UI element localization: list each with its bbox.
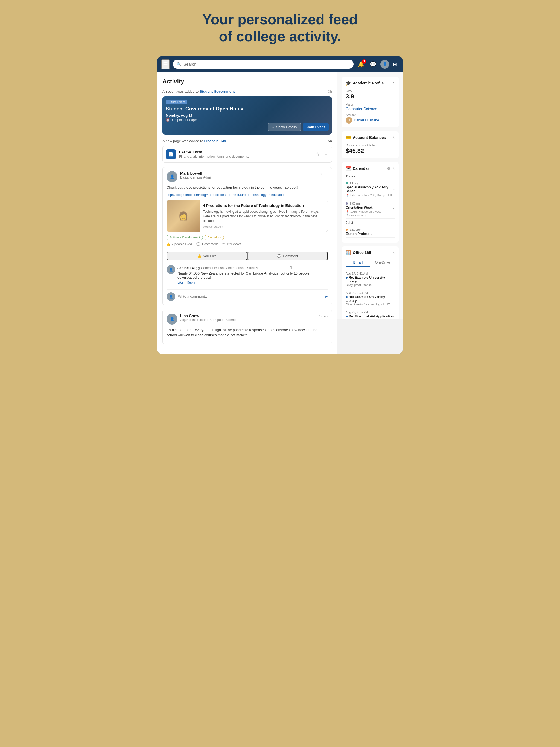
post-meta: 7h ··· (318, 171, 328, 177)
event-title: Student Government Open House (162, 106, 332, 112)
major-value[interactable]: Computer Science (346, 107, 395, 111)
comment-action-icon: 💬 (277, 254, 281, 258)
you-like-button[interactable]: 👍 You Like (167, 252, 247, 260)
comment-input[interactable] (178, 294, 322, 299)
calendar-collapse-button[interactable]: ∧ (392, 166, 395, 171)
like-action-icon: 👍 (197, 254, 202, 258)
o365-collapse-button[interactable]: ∧ (392, 251, 395, 255)
blog-title: 4 Predictions for the Future of Technolo… (203, 203, 324, 208)
balance-widget-header: 💳 Account Balances ∧ (346, 135, 395, 140)
event-more-button[interactable]: ··· (325, 99, 329, 105)
financial-aid-link[interactable]: Financial Aid (204, 139, 226, 143)
account-balances-widget: 💳 Account Balances ∧ Campus account bala… (342, 131, 399, 158)
comment-author[interactable]: Janine Twigg (177, 266, 200, 270)
comment-row: 👤 Janine Twigg Communications / Internat… (167, 265, 328, 284)
event-badge: Future Event (166, 100, 187, 104)
show-details-button[interactable]: ⌄ Show Details (268, 123, 301, 131)
onedrive-tab[interactable]: OneDrive (370, 259, 395, 266)
fafsa-desc: Financial aid information, forms and doc… (179, 155, 314, 159)
event-notice-time: 3h (328, 89, 332, 94)
o365-widget-header: 🪟 Office 365 ∧ (346, 250, 395, 255)
comment-button[interactable]: 💬 Comment (247, 252, 328, 260)
layout-button[interactable]: ⊞ (392, 60, 399, 69)
search-bar[interactable]: 🔍 (173, 60, 354, 69)
user-avatar[interactable]: 👤 (380, 60, 389, 69)
comment-more-button[interactable]: ··· (325, 265, 328, 270)
email-list: Aug 27, 8:41 AM Re: Example University L… (346, 269, 395, 318)
layout-icon: ⊞ (393, 61, 398, 67)
page-notice-text: A new page was added to (162, 139, 203, 143)
list-button[interactable]: ≡ (323, 150, 328, 158)
chat-icon: 💬 (370, 61, 377, 67)
page-notice-time: 5h (328, 139, 332, 143)
cal-expand-icon[interactable]: ⌄ (392, 187, 395, 191)
email-item-2[interactable]: Aug 26, 3:53 PM Re: Example University L… (346, 289, 395, 308)
likes-count: 2 people liked (172, 242, 192, 246)
academic-collapse-button[interactable]: ∧ (392, 81, 395, 85)
doc-icon: 📄 (166, 149, 176, 159)
email-item-1[interactable]: Aug 27, 8:41 AM Re: Example University L… (346, 269, 395, 289)
student-govt-link[interactable]: Student Government (200, 89, 235, 94)
chat-button[interactable]: 💬 (368, 60, 378, 69)
email3-preview: Hello. Sorry, this is the third email. I… (346, 318, 395, 318)
chevron-down-icon: ⌄ (272, 125, 275, 129)
cal-event2-title-row: Orientation Week ⌄ (346, 206, 395, 209)
o365-title-text: Office 365 (353, 251, 371, 255)
tag-software-dev[interactable]: Software Development (167, 235, 203, 240)
search-input[interactable] (183, 62, 350, 67)
calendar-title: 📅 Calendar (346, 166, 369, 171)
like-label: You Like (203, 254, 217, 258)
fafsa-card: 📄 FAFSA Form Financial aid information, … (162, 146, 332, 163)
event-time-text: 9:00pm - 11:00pm (171, 118, 198, 122)
notification-button[interactable]: 🔔 3 (357, 60, 366, 69)
calendar-settings-button[interactable]: ⚙ (387, 166, 390, 171)
email1-preview: Okay, great, thanks. (346, 283, 395, 287)
cal-event2-location-text: 1015 Philadelphia Ave, Chambersburg (346, 210, 381, 217)
email-tab[interactable]: Email (346, 259, 370, 266)
comment-like-button[interactable]: Like (177, 281, 183, 284)
comment-dept-text: Communications / International Studies (201, 266, 258, 270)
lisa-name[interactable]: Lisa Chow (180, 314, 237, 318)
calendar-widget: 📅 Calendar ⚙ ∧ Today All day Speci (342, 162, 399, 242)
cal-event2-title: Orientation Week (346, 206, 373, 209)
academic-profile-title: 🎓 Academic Profile (346, 81, 384, 86)
balance-collapse-button[interactable]: ∧ (392, 135, 395, 140)
o365-tabs: Email OneDrive (346, 259, 395, 267)
email-item-3[interactable]: Aug 25, 2:15 PM Re: Financial Aid Applic… (346, 308, 395, 318)
menu-icon: ☰ (163, 61, 168, 67)
post-more-button[interactable]: ··· (324, 171, 328, 177)
top-nav: ☰ 🔍 🔔 3 💬 👤 ⊞ (157, 56, 403, 73)
event-notice-text: An event was added to (162, 89, 199, 94)
lisa-info: Lisa Chow Adjunct Instructor of Computer… (180, 314, 237, 322)
advisor-label: Advisor (346, 113, 395, 117)
lisa-chow-post: 👤 Lisa Chow Adjunct Instructor of Comput… (162, 310, 332, 344)
send-comment-button[interactable]: ➤ (324, 294, 328, 299)
mark-lowell-post: 👤 Mark Lowell Digital Campus Admin 7h ··… (162, 167, 332, 305)
bookmark-button[interactable]: ☆ (314, 150, 321, 158)
post-text: Check out these predictions for educatio… (167, 185, 328, 190)
likes-stat: 👍 2 people liked (167, 242, 192, 246)
account-balances-title: 💳 Account Balances (346, 135, 386, 140)
calendar-event-1[interactable]: All day Special Assembly/Advisory Sched.… (346, 180, 395, 199)
eye-icon: 👁 (222, 242, 225, 246)
lisa-more-button[interactable]: ··· (324, 314, 328, 319)
cal-expand2-icon[interactable]: ⌄ (392, 206, 395, 209)
tag-bachelors[interactable]: Bachelors (205, 235, 224, 240)
menu-button[interactable]: ☰ (161, 59, 170, 69)
advisor-name[interactable]: Daniel Dushane (354, 118, 379, 122)
calendar-event-3[interactable]: 12:00pm Easton Profess... (346, 226, 395, 238)
comment-reply-button[interactable]: Reply (187, 281, 195, 284)
o365-title: 🪟 Office 365 (346, 250, 371, 255)
wallet-icon: 💳 (346, 135, 351, 140)
comment-actions: Like Reply (177, 281, 328, 284)
comment-body: Janine Twigg Communications / Internatio… (177, 265, 328, 284)
author-name[interactable]: Mark Lowell (180, 171, 212, 176)
janine-avatar: 👤 (167, 265, 175, 274)
cal-dot-orange (346, 229, 348, 231)
calendar-event-2[interactable]: 9:00am Orientation Week ⌄ 📍 1015 Philade… (346, 200, 395, 219)
join-event-button[interactable]: Join Event (303, 123, 329, 131)
show-details-label: Show Details (276, 125, 297, 129)
today-label: Today (346, 175, 395, 178)
post-external-link[interactable]: https://blog.ucroo.com/blog/4-prediction… (167, 193, 285, 197)
calendar-widget-header: 📅 Calendar ⚙ ∧ (346, 166, 395, 171)
